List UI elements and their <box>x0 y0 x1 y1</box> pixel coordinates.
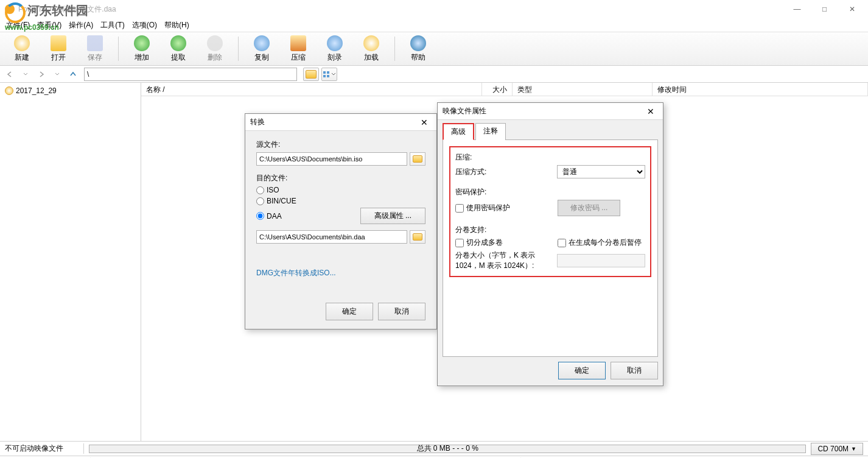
src-label: 源文件: <box>256 139 425 150</box>
svg-rect-1 <box>327 71 329 74</box>
pause-each-volume-checkbox[interactable]: 在生成每个分卷后暂停 <box>558 238 642 248</box>
progress-bar: 总共 0 MB - - - 0 % <box>89 445 806 453</box>
tb-save: 保存 <box>77 33 113 64</box>
dst-label: 目的文件: <box>256 173 425 183</box>
radio-iso[interactable]: ISO <box>256 186 425 194</box>
tab-notes[interactable]: 注释 <box>475 123 506 140</box>
app-icon <box>5 4 15 14</box>
tb-copy[interactable]: 复制 <box>243 33 280 64</box>
col-name[interactable]: 名称 / <box>141 83 482 96</box>
compress-method-label: 压缩方式: <box>455 167 552 177</box>
menu-bar: 文件(F) 查看(V) 操作(A) 工具(T) 选项(O) 帮助(H) <box>0 18 868 32</box>
tab-advanced[interactable]: 高级 <box>443 123 474 140</box>
media-size-button[interactable]: CD 700M ▼ <box>811 443 863 455</box>
convert-title-bar[interactable]: 转换 ✕ <box>245 114 436 131</box>
highlight-box: 压缩: 压缩方式: 普通 密码保护: 使用密码保护 修改密码 ... 分卷支持:… <box>449 146 651 277</box>
radio-daa[interactable]: DAA <box>256 212 282 220</box>
convert-ok-button[interactable]: 确定 <box>326 303 373 320</box>
props-cancel-button[interactable]: 取消 <box>611 362 658 379</box>
volume-size-input <box>557 254 645 267</box>
radio-bincue[interactable]: BIN/CUE <box>256 197 425 205</box>
tab-panel: 压缩: 压缩方式: 普通 密码保护: 使用密码保护 修改密码 ... 分卷支持:… <box>443 139 658 357</box>
tb-extract[interactable]: 提取 <box>160 33 197 64</box>
disc-icon <box>5 86 13 95</box>
compress-section: 压缩: 压缩方式: 普通 <box>455 152 645 178</box>
props-title-bar[interactable]: 映像文件属性 ✕ <box>438 103 663 120</box>
tree-panel: 2017_12_29 <box>0 83 141 441</box>
volume-size-label: 分卷大小（字节，K 表示 1024，M 表示 1024K）: <box>455 250 552 271</box>
column-headers: 名称 / 大小 类型 修改时间 <box>141 83 868 96</box>
progress-area: 不可启动映像文件 总共 0 MB - - - 0 % CD 700M ▼ <box>0 441 868 456</box>
image-props-dialog: 映像文件属性 ✕ 高级 注释 压缩: 压缩方式: 普通 密码保护: 使用密码保护… <box>437 102 663 386</box>
nav-view-mode[interactable] <box>321 68 337 81</box>
split-volumes-checkbox[interactable]: 切分成多卷 <box>455 238 553 248</box>
col-type[interactable]: 类型 <box>513 83 653 96</box>
tb-compress[interactable]: 压缩 <box>280 33 317 64</box>
arrow-left-icon <box>5 70 14 79</box>
tb-add[interactable]: 增加 <box>124 33 160 64</box>
toolbar: 新建 打开 保存 增加 提取 删除 复制 压缩 刻录 加载 帮助 <box>0 32 868 66</box>
tree-item[interactable]: 2017_12_29 <box>2 85 138 96</box>
src-input[interactable] <box>256 152 407 166</box>
dst-browse-button[interactable] <box>410 230 425 244</box>
tb-help[interactable]: 帮助 <box>400 33 436 64</box>
minimize-button[interactable]: — <box>783 0 811 18</box>
folder-icon <box>306 70 317 79</box>
status-bar: 总共 0 个对象， 0 KB(0 字节) 选中 0 个对象， 0 KB(0 字节… <box>0 456 868 458</box>
dmg-link[interactable]: DMG文件年转换成ISO... <box>256 268 336 278</box>
dst-input[interactable] <box>256 230 407 244</box>
convert-close-button[interactable]: ✕ <box>417 118 432 127</box>
nav-back-dd[interactable] <box>18 68 33 81</box>
tb-new[interactable]: 新建 <box>4 33 40 64</box>
props-close-button[interactable]: ✕ <box>643 107 658 116</box>
nav-up[interactable] <box>66 68 80 81</box>
nav-fwd-dd[interactable] <box>50 68 65 81</box>
svg-rect-3 <box>327 75 329 77</box>
folder-icon <box>413 155 422 163</box>
convert-cancel-button[interactable]: 取消 <box>378 303 425 320</box>
path-input[interactable]: \ <box>84 68 297 81</box>
svg-rect-2 <box>323 75 326 77</box>
volume-section: 分卷支持: 切分成多卷 在生成每个分卷后暂停 分卷大小（字节，K 表示 1024… <box>455 225 645 271</box>
menu-file[interactable]: 文件(F) <box>2 18 33 32</box>
props-ok-button[interactable]: 确定 <box>558 362 606 379</box>
folder-icon <box>413 233 422 241</box>
convert-dialog: 转换 ✕ 源文件: 目的文件: ISO BIN/CUE DAA 高级属性 ...… <box>245 113 437 329</box>
title-bar: PowerISO - 新建映像文件.daa — □ ✕ <box>0 0 868 18</box>
tb-burn[interactable]: 刻录 <box>317 33 353 64</box>
svg-rect-0 <box>323 71 326 74</box>
src-browse-button[interactable] <box>410 152 425 166</box>
arrow-right-icon <box>37 70 46 79</box>
menu-options[interactable]: 选项(O) <box>128 18 161 32</box>
nav-folder-icon[interactable] <box>303 68 319 81</box>
tb-mount[interactable]: 加载 <box>353 33 390 64</box>
nav-bar: \ <box>0 66 868 83</box>
col-mtime[interactable]: 修改时间 <box>653 83 868 96</box>
advanced-props-button[interactable]: 高级属性 ... <box>360 208 425 224</box>
close-button[interactable]: ✕ <box>838 0 866 18</box>
menu-help[interactable]: 帮助(H) <box>161 18 193 32</box>
compress-method-select[interactable]: 普通 <box>557 165 645 178</box>
grid-icon <box>323 71 331 78</box>
nav-fwd[interactable] <box>34 68 49 81</box>
password-section: 密码保护: 使用密码保护 修改密码 ... <box>455 187 645 216</box>
menu-view[interactable]: 查看(V) <box>33 18 65 32</box>
col-size[interactable]: 大小 <box>482 83 513 96</box>
maximize-button[interactable]: □ <box>811 0 838 18</box>
tb-delete: 删除 <box>197 33 233 64</box>
boot-status: 不可启动映像文件 <box>5 443 84 454</box>
arrow-up-icon <box>69 70 77 79</box>
change-password-button: 修改密码 ... <box>558 200 620 216</box>
use-password-checkbox[interactable]: 使用密码保护 <box>455 203 553 213</box>
tb-open[interactable]: 打开 <box>40 33 77 64</box>
menu-tools[interactable]: 工具(T) <box>97 18 128 32</box>
menu-action[interactable]: 操作(A) <box>65 18 97 32</box>
nav-back[interactable] <box>2 68 17 81</box>
window-title: PowerISO - 新建映像文件.daa <box>18 4 783 15</box>
